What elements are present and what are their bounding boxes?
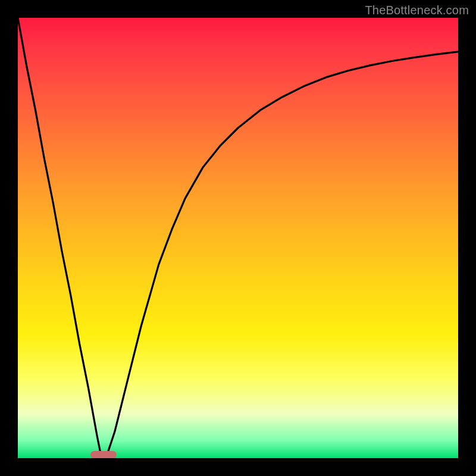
optimal-marker	[90, 451, 117, 458]
plot-area	[18, 18, 458, 458]
curve-path	[18, 18, 458, 458]
chart-frame: TheBottleneck.com	[0, 0, 476, 476]
watermark-text: TheBottleneck.com	[365, 4, 469, 17]
bottleneck-curve	[18, 18, 458, 458]
